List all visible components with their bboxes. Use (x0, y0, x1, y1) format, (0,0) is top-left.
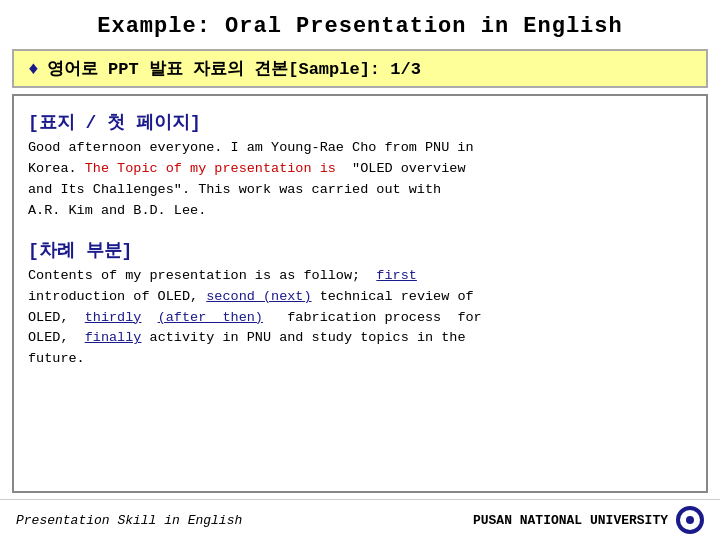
university-logo (676, 506, 704, 534)
section2-header: [차례 부분] (28, 238, 692, 262)
spacer (28, 222, 692, 234)
s2-line1: Contents of my presentation is as follow… (28, 268, 417, 283)
finally-link: finally (85, 330, 142, 345)
page-title: Example: Oral Presentation in English (0, 0, 720, 49)
s1-line3: and Its Challenges". This work was carri… (28, 182, 441, 197)
s2-line4: OLED, finally activity in PNU and study … (28, 330, 466, 345)
logo-dot (686, 516, 694, 524)
s1-line4: A.R. Kim and B.D. Lee. (28, 203, 206, 218)
s2-line2: introduction of OLED, second (next) tech… (28, 289, 474, 304)
section1-body: Good afternoon everyone. I am Young-Rae … (28, 138, 692, 222)
first-link: first (376, 268, 417, 283)
footer-right-text: PUSAN NATIONAL UNIVERSITY (473, 513, 668, 528)
thirdly-link: thirdly (85, 310, 142, 325)
section1-header: [표지 / 첫 페이지] (28, 110, 692, 134)
section2-body: Contents of my presentation is as follow… (28, 266, 692, 371)
logo-inner (680, 510, 700, 530)
page: Example: Oral Presentation in English ♦ … (0, 0, 720, 540)
s1-line1: Good afternoon everyone. I am Young-Rae … (28, 140, 474, 155)
s2-line5: future. (28, 351, 85, 366)
footer: Presentation Skill in English PUSAN NATI… (0, 499, 720, 540)
yellow-bar-text: 영어로 PPT 발표 자료의 견본[Sample]: 1/3 (47, 57, 421, 80)
s1-highlight: The Topic of my presentation is (85, 161, 336, 176)
footer-right: PUSAN NATIONAL UNIVERSITY (473, 506, 704, 534)
diamond-icon: ♦ (28, 59, 39, 79)
after-then-link: (after then) (158, 310, 263, 325)
second-link: second (next) (206, 289, 311, 304)
footer-left-text: Presentation Skill in English (16, 513, 242, 528)
main-content-box: [표지 / 첫 페이지] Good afternoon everyone. I … (12, 94, 708, 493)
s1-line2: Korea. The Topic of my presentation is "… (28, 161, 466, 176)
yellow-bar: ♦ 영어로 PPT 발표 자료의 견본[Sample]: 1/3 (12, 49, 708, 88)
s2-line3: OLED, thirdly (after then) fabrication p… (28, 310, 482, 325)
